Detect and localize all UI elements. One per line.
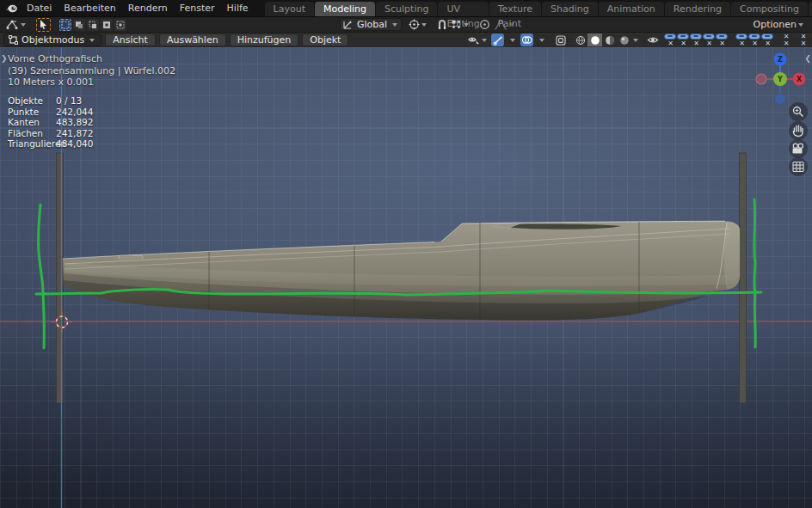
material-preview-icon (605, 35, 615, 46)
gizmos-dropdown[interactable] (506, 34, 519, 46)
chevron-down-icon (633, 39, 638, 42)
gizmos-toggle[interactable] (491, 34, 504, 46)
shading-wireframe-button[interactable] (573, 34, 587, 46)
pill-toggle[interactable] (716, 34, 728, 40)
navigation-gizmo[interactable]: Z X Y (756, 53, 806, 105)
workspace-tab[interactable]: Scripting (809, 2, 812, 16)
proportional-falloff-select[interactable] (492, 18, 518, 31)
viewport-info-overlay: Vorne Orthografisch (39) Szenensammlung … (8, 53, 175, 89)
zoom-button[interactable] (789, 102, 808, 121)
options-dropdown[interactable]: Optionen (750, 19, 809, 30)
x-mark[interactable]: ✕ (664, 40, 677, 47)
select-mode-intersect[interactable] (114, 19, 126, 31)
pill-toggle[interactable] (735, 34, 747, 40)
viewport-menu-item[interactable]: Objekt (302, 34, 348, 46)
workspace-tab[interactable]: Layout (265, 2, 314, 16)
select-mode-new[interactable] (59, 19, 71, 31)
chevron-down-icon (510, 39, 515, 42)
pill-toggle[interactable] (690, 34, 702, 40)
workspace-tab[interactable]: Sculpting (376, 2, 437, 16)
snap-toggle[interactable] (435, 18, 449, 31)
menubar-item[interactable]: Bearbeiten (58, 0, 121, 16)
stat-label: Punkte (8, 107, 56, 118)
sidebar-expand-icon[interactable]: ❮ (804, 54, 811, 63)
x-mark[interactable]: ✕ (735, 40, 748, 47)
pill-toggle[interactable] (703, 34, 715, 40)
render-preview-eye-button[interactable] (646, 34, 660, 46)
shading-rendered-button[interactable] (617, 34, 631, 46)
options-label: Optionen (754, 19, 797, 30)
overlays-dropdown[interactable] (535, 34, 548, 46)
x-mark[interactable]: ✕ (761, 40, 774, 47)
viewport-canvas[interactable]: Z X Y (0, 47, 812, 508)
select-mode-invert[interactable] (101, 19, 113, 31)
pill-toggle[interactable] (677, 34, 689, 40)
transform-orientation-select[interactable]: Global (340, 18, 402, 31)
workspace-tab[interactable]: Rendering (665, 2, 730, 16)
camera-view-button[interactable] (789, 139, 808, 158)
workspace-tab[interactable]: Compositing (731, 2, 808, 16)
pill-toggle[interactable] (748, 34, 760, 40)
pill-toggle[interactable] (761, 34, 773, 40)
x-mark[interactable]: ✕ (716, 40, 729, 47)
menubar-item[interactable]: Hilfe (221, 0, 255, 16)
shading-solid-button[interactable] (587, 34, 602, 46)
select-mode-extend[interactable] (73, 19, 85, 31)
object-visibility-dropdown[interactable] (467, 34, 489, 46)
active-tool-select-box[interactable] (36, 18, 51, 32)
pill-toggle[interactable] (664, 34, 676, 40)
viewport-header: Objektmodus AnsichtAuswählenHinzufügenOb… (0, 32, 812, 47)
mode-label: Objektmodus (22, 34, 84, 46)
chevron-down-icon (482, 39, 487, 42)
interaction-mode-select[interactable]: Objektmodus (3, 34, 102, 46)
x-mark[interactable]: ✕ (781, 40, 791, 47)
x-mark[interactable]: ✕ (748, 40, 761, 47)
tool-header: Global (0, 16, 812, 32)
menubar-item[interactable]: Fenster (174, 0, 221, 16)
menubar-item[interactable]: Rendern (122, 0, 174, 16)
gizmo-axis-neg-z[interactable] (775, 94, 785, 104)
stat-value: 483,892 (56, 117, 93, 128)
workspace-tab[interactable]: Texture Paint (489, 2, 541, 16)
pivot-icon (409, 19, 420, 30)
workspace-tab[interactable]: Animation (599, 2, 664, 16)
chevron-down-icon (539, 39, 544, 42)
chevron-down-icon (21, 23, 26, 27)
editor-type-icon (5, 19, 19, 30)
stat-value: 242,044 (56, 107, 93, 118)
visibility-eye-icon (468, 35, 480, 45)
viewport-nav-buttons (789, 102, 808, 176)
viewport-menu-item[interactable]: Auswählen (159, 34, 226, 46)
proportional-editing-toggle[interactable] (477, 18, 492, 31)
x-mark[interactable]: ✕ (703, 40, 716, 47)
menubar-item[interactable]: Datei (21, 0, 58, 16)
x-mark[interactable]: ✕ (677, 40, 690, 47)
xray-toggle[interactable] (554, 34, 567, 46)
workspace-tab[interactable]: Shading (542, 2, 598, 16)
shading-mode-group (573, 34, 640, 46)
boat-model[interactable] (63, 221, 740, 320)
workspace-tabs: LayoutModelingSculptingUV EditingTexture… (265, 0, 812, 16)
shading-material-button[interactable] (602, 34, 617, 46)
3d-viewport[interactable]: Z X Y (0, 47, 812, 508)
viewport-menu-item[interactable]: Hinzufügen (230, 34, 299, 46)
magnet-icon (437, 19, 447, 30)
select-mode-subtract[interactable] (87, 19, 99, 31)
workspace-tab[interactable]: UV Editing (438, 2, 488, 16)
overlays-toggle[interactable] (520, 34, 533, 46)
snap-target-select[interactable] (449, 18, 472, 31)
eye-icon (647, 35, 659, 45)
toolbar-expand-icon[interactable]: ❯ (1, 54, 8, 63)
view-name: Vorne Orthografisch (8, 53, 175, 65)
x-mark[interactable]: ✕ (798, 40, 809, 47)
viewport-menu-item[interactable]: Ansicht (105, 34, 156, 46)
rendered-icon (619, 35, 630, 46)
editor-type-button[interactable] (3, 18, 29, 31)
pan-button[interactable] (789, 121, 808, 140)
gizmo-axis-neg-x[interactable] (756, 74, 766, 84)
workspace-tab[interactable]: Modeling (315, 2, 375, 16)
pivot-point-select[interactable] (407, 18, 430, 31)
x-mark[interactable]: ✕ (690, 40, 703, 47)
ortho-toggle-button[interactable] (789, 157, 808, 176)
blender-logo-icon[interactable] (5, 3, 18, 14)
